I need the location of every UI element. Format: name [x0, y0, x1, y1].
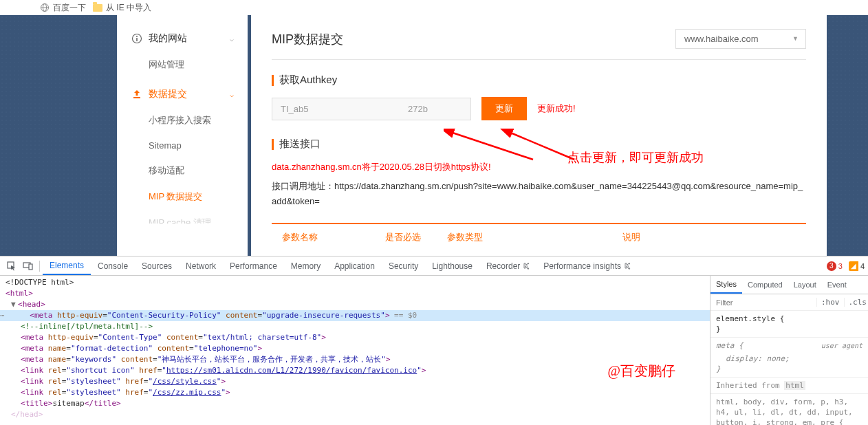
section-label: 获取Authkey: [279, 74, 337, 87]
styles-tab-layout[interactable]: Layout: [788, 276, 822, 294]
sidebar-item-site-manage[interactable]: 网站管理: [117, 52, 248, 78]
authkey-input[interactable]: [272, 98, 471, 120]
sidebar-item-mobile[interactable]: 移动适配: [117, 157, 248, 184]
selected-element[interactable]: ⋯ <meta http-equiv="Content-Security-Pol…: [0, 310, 710, 321]
styles-filter-input[interactable]: [710, 298, 816, 307]
error-count: 3: [838, 262, 843, 270]
accent-bar: [272, 139, 274, 150]
sidebar-item-mip-cache[interactable]: MIP cache 清理: [117, 210, 248, 224]
svg-rect-10: [29, 264, 32, 270]
tab-recorder[interactable]: Recorder: [479, 257, 536, 275]
styles-tab-computed[interactable]: Computed: [742, 276, 788, 294]
page-title: MIP数据提交: [272, 31, 343, 47]
bookmarks-bar: 百度一下 从 IE 中导入: [0, 0, 868, 15]
bookmark-ie-import[interactable]: 从 IE 中导入: [93, 2, 151, 14]
param-table: 参数名称 是否必选 参数类型 说明: [272, 223, 806, 250]
tab-elements[interactable]: Elements: [43, 257, 91, 275]
sidebar-item-miniapp[interactable]: 小程序接入搜索: [117, 107, 248, 133]
sidebar: 我的网站 ⌵ 网站管理 数据提交 ⌵ 小程序接入搜索 Sitemap 移动适配 …: [117, 15, 248, 256]
elements-panel[interactable]: <!DOCTYPE html> <html> ▼<head> ⋯ <meta h…: [0, 276, 710, 425]
sidebar-item-mip-submit[interactable]: MIP 数据提交: [117, 184, 248, 210]
cls-button[interactable]: .cls: [844, 298, 869, 307]
tab-sources[interactable]: Sources: [135, 257, 179, 275]
tab-memory[interactable]: Memory: [284, 257, 327, 275]
success-message: 更新成功!: [537, 102, 576, 115]
tab-network[interactable]: Network: [179, 257, 223, 275]
sidebar-section-data-submit[interactable]: 数据提交 ⌵: [117, 81, 248, 107]
tab-application[interactable]: Application: [327, 257, 382, 275]
left-margin: [0, 15, 117, 256]
update-button[interactable]: 更新: [481, 97, 527, 120]
styles-content[interactable]: element.style { } user agent meta { disp…: [710, 311, 868, 425]
chevron-down-icon: ⌵: [230, 91, 234, 98]
inspect-icon[interactable]: [3, 258, 20, 274]
sidebar-section-mysite[interactable]: 我的网站 ⌵: [117, 25, 248, 52]
accent-bar: [272, 75, 274, 86]
code-comment: <!--inline[/tpl/meta.html]-->: [21, 322, 153, 331]
annotation-text: 点击更新，即可更新成功: [567, 149, 704, 166]
styles-panel: Styles Computed Layout Event :hov .cls e…: [710, 276, 868, 425]
tab-performance[interactable]: Performance: [223, 257, 284, 275]
code-doctype: <!DOCTYPE html>: [6, 278, 74, 287]
error-count-badge[interactable]: 3: [827, 261, 836, 271]
section-push-title: 推送接口: [272, 138, 806, 151]
styles-tab-styles[interactable]: Styles: [710, 276, 742, 294]
table-header-row: 参数名称 是否必选 参数类型 说明: [272, 224, 806, 250]
bookmark-label: 从 IE 中导入: [106, 2, 151, 14]
tab-console[interactable]: Console: [91, 257, 135, 275]
hov-button[interactable]: :hov: [816, 298, 844, 307]
right-margin: [827, 15, 868, 256]
device-icon[interactable]: [20, 258, 36, 274]
api-url-text: 接口调用地址：https://data.zhanzhang.sm.cn/push…: [272, 179, 806, 209]
page-body: 我的网站 ⌵ 网站管理 数据提交 ⌵ 小程序接入搜索 Sitemap 移动适配 …: [0, 15, 868, 256]
th-name: 参数名称: [282, 231, 385, 243]
sidebar-section-label: 我的网站: [149, 32, 187, 45]
th-desc: 说明: [622, 231, 796, 243]
warn-count: 4: [860, 262, 865, 270]
devtools: Elements Console Sources Network Perform…: [0, 256, 868, 425]
th-required: 是否必选: [385, 231, 447, 243]
folder-icon: [93, 4, 102, 12]
globe-icon: [40, 3, 50, 12]
sidebar-section-label: 数据提交: [149, 88, 187, 100]
devtools-tabs: Elements Console Sources Network Perform…: [0, 257, 868, 276]
section-label: 推送接口: [279, 138, 321, 151]
section-authkey-title: 获取Authkey: [272, 74, 806, 87]
tab-lighthouse[interactable]: Lighthouse: [425, 257, 479, 275]
bookmark-baidu[interactable]: 百度一下: [40, 2, 86, 14]
svg-rect-5: [136, 38, 138, 41]
bookmark-label: 百度一下: [53, 2, 86, 14]
divider: [39, 261, 40, 272]
tab-perf-insights[interactable]: Performance insights: [536, 257, 638, 275]
main-content: MIP数据提交 www.haibaike.com 获取Authkey 更新 更新…: [251, 15, 827, 256]
warn-badge[interactable]: ◢: [849, 261, 858, 271]
th-type: 参数类型: [447, 231, 622, 243]
sidebar-item-sitemap[interactable]: Sitemap: [117, 133, 248, 157]
warning-text: data.zhanzhang.sm.cn将于2020.05.28日切换https…: [272, 161, 806, 173]
chevron-down-icon: ⌵: [230, 35, 234, 43]
upload-icon: [131, 89, 143, 100]
site-select[interactable]: www.haibaike.com: [675, 29, 806, 49]
styles-tab-event[interactable]: Event: [822, 276, 852, 294]
tab-security[interactable]: Security: [382, 257, 425, 275]
info-icon: [131, 33, 143, 44]
watermark: @百变鹏仔: [608, 365, 675, 376]
svg-point-4: [136, 36, 138, 37]
